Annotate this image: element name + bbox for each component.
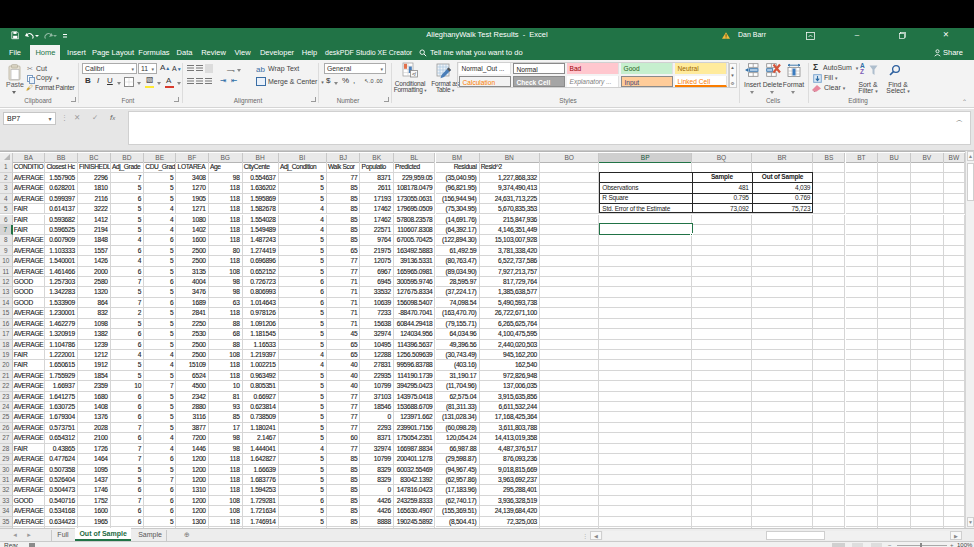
svg-text:ab: ab <box>256 65 265 74</box>
